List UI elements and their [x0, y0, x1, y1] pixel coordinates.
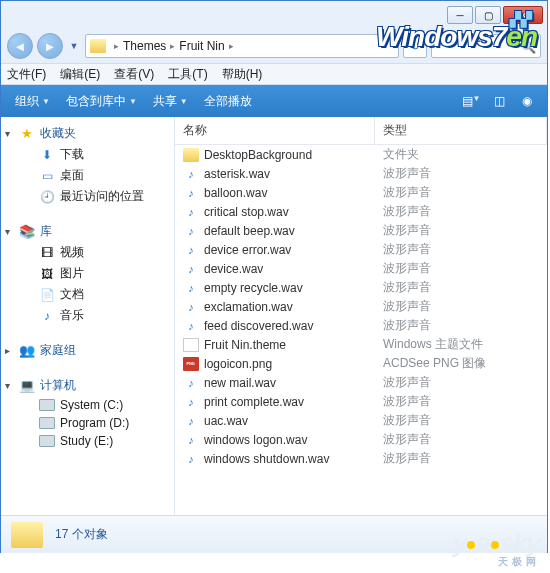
titlebar: ─ ▢ ✕ — [1, 1, 547, 29]
file-row[interactable]: exclamation.wav波形声音 — [175, 297, 547, 316]
chevron-right-icon: ▸ — [229, 41, 234, 51]
menu-help[interactable]: 帮助(H) — [222, 66, 263, 83]
sidebar-item-music[interactable]: ♪音乐 — [1, 305, 174, 326]
chevron-down-icon: ▼ — [42, 97, 50, 106]
file-name: default beep.wav — [204, 224, 295, 238]
include-library-button[interactable]: 包含到库中 ▼ — [60, 90, 143, 113]
file-type: 文件夹 — [375, 146, 547, 163]
include-label: 包含到库中 — [66, 93, 126, 110]
wav-icon — [183, 205, 199, 219]
sidebar-item-videos[interactable]: 🎞视频 — [1, 242, 174, 263]
file-row[interactable]: feed discovered.wav波形声音 — [175, 316, 547, 335]
breadcrumb-seg[interactable]: Themes — [123, 39, 166, 53]
share-button[interactable]: 共享 ▼ — [147, 90, 194, 113]
wav-icon — [183, 414, 199, 428]
file-row[interactable]: asterisk.wav波形声音 — [175, 164, 547, 183]
sidebar-item-drive-d[interactable]: Program (D:) — [1, 414, 174, 432]
menu-file[interactable]: 文件(F) — [7, 66, 46, 83]
view-mode-button[interactable]: ▤ ▼ — [459, 94, 483, 108]
wav-icon — [183, 262, 199, 276]
file-row[interactable]: print complete.wav波形声音 — [175, 392, 547, 411]
sidebar-item-pictures[interactable]: 🖼图片 — [1, 263, 174, 284]
wav-icon — [183, 452, 199, 466]
file-type: 波形声音 — [375, 222, 547, 239]
file-row[interactable]: uac.wav波形声音 — [175, 411, 547, 430]
sidebar-libraries-head[interactable]: ▾ 📚 库 — [1, 221, 174, 242]
homegroup-label: 家庭组 — [40, 342, 76, 359]
sidebar-item-drive-e[interactable]: Study (E:) — [1, 432, 174, 450]
file-row[interactable]: logoicon.pngACDSee PNG 图像 — [175, 354, 547, 373]
chevron-down-icon: ▾ — [5, 226, 10, 237]
drive-icon — [39, 399, 55, 411]
search-box[interactable]: 🔍 — [431, 34, 541, 58]
help-button[interactable]: ◉ — [515, 94, 539, 108]
file-row[interactable]: device error.wav波形声音 — [175, 240, 547, 259]
sidebar-item-drive-c[interactable]: System (C:) — [1, 396, 174, 414]
history-dropdown[interactable]: ▼ — [67, 33, 81, 59]
file-row[interactable]: device.wav波形声音 — [175, 259, 547, 278]
wav-icon — [183, 186, 199, 200]
close-button[interactable]: ✕ — [503, 6, 543, 24]
column-type[interactable]: 类型 — [375, 117, 547, 144]
file-row[interactable]: windows shutdown.wav波形声音 — [175, 449, 547, 468]
sidebar-item-label: 下载 — [60, 146, 84, 163]
wav-icon — [183, 376, 199, 390]
sidebar-computer-head[interactable]: ▾ 💻 计算机 — [1, 375, 174, 396]
play-all-button[interactable]: 全部播放 — [198, 90, 258, 113]
file-type: 波形声音 — [375, 260, 547, 277]
search-input[interactable] — [436, 40, 520, 52]
file-name: DesktopBackground — [204, 148, 312, 162]
sidebar-item-downloads[interactable]: ⬇下载 — [1, 144, 174, 165]
wav-icon — [183, 281, 199, 295]
download-icon: ⬇ — [39, 148, 55, 162]
status-count: 17 个对象 — [55, 526, 108, 543]
breadcrumb-seg[interactable]: Fruit Nin — [179, 39, 224, 53]
explorer-window: ─ ▢ ✕ ◄ ► ▼ ▸ Themes ▸ Fruit Nin ▸ ↻ 🔍 文… — [0, 0, 548, 553]
sidebar-item-desktop[interactable]: ▭桌面 — [1, 165, 174, 186]
file-row[interactable]: empty recycle.wav波形声音 — [175, 278, 547, 297]
file-row[interactable]: balloon.wav波形声音 — [175, 183, 547, 202]
file-type: 波形声音 — [375, 450, 547, 467]
music-icon: ♪ — [39, 309, 55, 323]
column-name[interactable]: 名称 — [175, 117, 375, 144]
back-button[interactable]: ◄ — [7, 33, 33, 59]
file-row[interactable]: Fruit Nin.themeWindows 主题文件 — [175, 335, 547, 354]
file-row[interactable]: windows logon.wav波形声音 — [175, 430, 547, 449]
file-row[interactable]: new mail.wav波形声音 — [175, 373, 547, 392]
minimize-button[interactable]: ─ — [447, 6, 473, 24]
recent-icon: 🕘 — [39, 190, 55, 204]
statusbar: 17 个对象 — [1, 515, 547, 553]
file-row[interactable]: critical stop.wav波形声音 — [175, 202, 547, 221]
file-row[interactable]: default beep.wav波形声音 — [175, 221, 547, 240]
chevron-down-icon: ▼ — [129, 97, 137, 106]
menu-edit[interactable]: 编辑(E) — [60, 66, 100, 83]
picture-icon: 🖼 — [39, 267, 55, 281]
file-name: new mail.wav — [204, 376, 276, 390]
file-row[interactable]: DesktopBackground文件夹 — [175, 145, 547, 164]
preview-pane-button[interactable]: ◫ — [487, 94, 511, 108]
sidebar-item-documents[interactable]: 📄文档 — [1, 284, 174, 305]
file-name: device.wav — [204, 262, 263, 276]
sidebar-item-label: 音乐 — [60, 307, 84, 324]
navigation-bar: ◄ ► ▼ ▸ Themes ▸ Fruit Nin ▸ ↻ 🔍 — [1, 29, 547, 63]
organize-button[interactable]: 组织 ▼ — [9, 90, 56, 113]
breadcrumb[interactable]: ▸ Themes ▸ Fruit Nin ▸ — [85, 34, 399, 58]
menu-view[interactable]: 查看(V) — [114, 66, 154, 83]
sidebar-favorites-head[interactable]: ▾ ★ 收藏夹 — [1, 123, 174, 144]
libraries-label: 库 — [40, 223, 52, 240]
forward-button[interactable]: ► — [37, 33, 63, 59]
menu-tools[interactable]: 工具(T) — [168, 66, 207, 83]
sidebar-item-label: 图片 — [60, 265, 84, 282]
organize-label: 组织 — [15, 93, 39, 110]
homegroup-icon: 👥 — [19, 343, 35, 359]
chevron-right-icon: ▸ — [114, 41, 119, 51]
drive-icon — [39, 417, 55, 429]
maximize-button[interactable]: ▢ — [475, 6, 501, 24]
chevron-down-icon: ▾ — [5, 128, 10, 139]
sidebar-item-recent[interactable]: 🕘最近访问的位置 — [1, 186, 174, 207]
refresh-button[interactable]: ↻ — [403, 34, 427, 58]
file-name: critical stop.wav — [204, 205, 289, 219]
sidebar-homegroup-head[interactable]: ▸ 👥 家庭组 — [1, 340, 174, 361]
chevron-down-icon: ▾ — [5, 380, 10, 391]
drive-icon — [39, 435, 55, 447]
